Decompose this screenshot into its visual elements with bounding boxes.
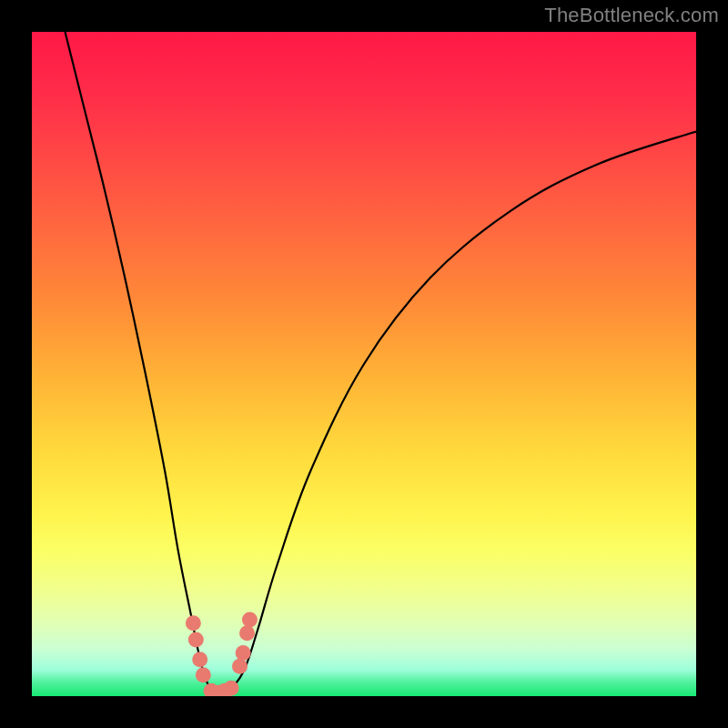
chart-container: TheBottleneck.com [0, 0, 728, 728]
data-marker [186, 615, 201, 631]
data-marker [236, 645, 251, 661]
data-markers [186, 612, 258, 696]
data-marker [239, 625, 255, 641]
data-marker [224, 681, 239, 696]
data-marker [196, 667, 211, 682]
data-marker [192, 652, 207, 667]
data-marker [242, 612, 258, 628]
watermark-text: TheBottleneck.com [544, 4, 719, 27]
plot-area [32, 32, 696, 696]
data-marker [232, 659, 248, 674]
data-marker [188, 632, 204, 647]
curve-svg [32, 32, 696, 696]
bottleneck-curve [66, 32, 697, 696]
